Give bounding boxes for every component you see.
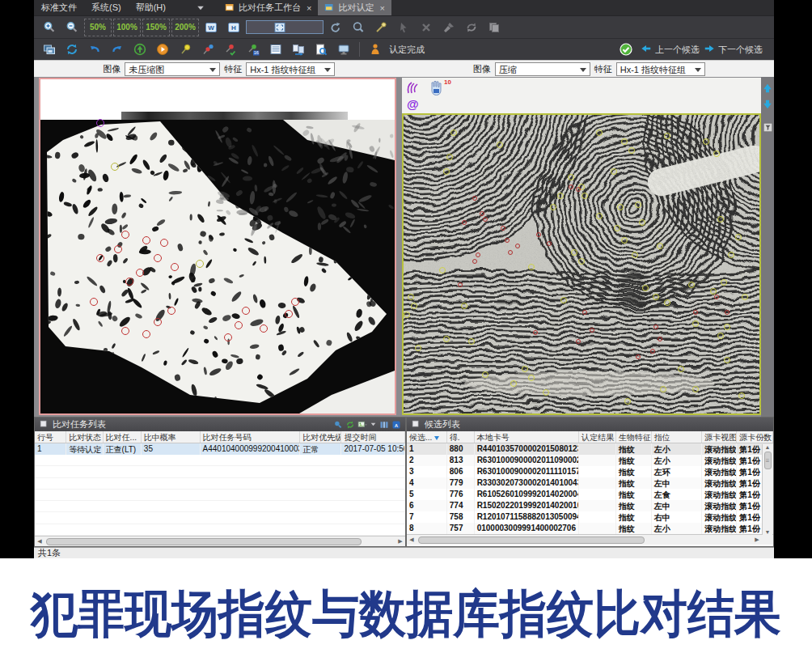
close-icon[interactable]: × (307, 3, 311, 13)
probe-tool-button[interactable] (370, 19, 391, 36)
zoom-50-button[interactable]: 50% (84, 19, 112, 36)
sync-views-button[interactable] (61, 40, 82, 58)
scroll-down-arrow[interactable] (762, 98, 773, 111)
scroll-thumb[interactable]: ≡ (764, 452, 772, 469)
scroll-left-arrow[interactable]: ◀ (35, 538, 44, 545)
whorl-pattern-icon[interactable]: @ (407, 97, 419, 111)
preview-button[interactable] (311, 40, 332, 58)
column-header[interactable]: 比对任... (104, 431, 142, 443)
column-header[interactable]: 候选... (407, 431, 447, 443)
database-fingerprint-image[interactable] (402, 113, 761, 415)
column-header[interactable]: 认定结果 (579, 431, 616, 443)
column-header[interactable]: 比对优先级 (300, 431, 341, 443)
confirm-feature-button[interactable] (220, 40, 241, 58)
database-fingerprint-panel[interactable]: 10 @ (402, 78, 761, 415)
confirm-complete-icon[interactable] (365, 40, 386, 58)
filter-icon[interactable] (762, 121, 773, 134)
column-header[interactable]: 行号 (35, 431, 66, 443)
confirm-complete-label[interactable]: 认定完成 (389, 44, 425, 56)
scroll-thumb[interactable] (418, 536, 645, 544)
menu-file[interactable]: 标准文件 (34, 2, 84, 14)
menu-system[interactable]: 系统(S) (84, 2, 129, 14)
table-row[interactable]: 4779R3303020730002014010043指纹左中滚动指纹第1份 (407, 477, 773, 489)
tab-workbench[interactable]: 比对任务工作台× (218, 0, 318, 15)
monitor-button[interactable] (333, 40, 354, 58)
column-header[interactable]: 得. (447, 431, 475, 443)
task-list-hscrollbar[interactable]: ◀ ▶ (35, 536, 405, 546)
hand-icon[interactable] (428, 79, 446, 100)
zoom-out-button[interactable] (61, 19, 82, 36)
chevron-down-icon[interactable] (194, 2, 207, 14)
tab-identify[interactable]: 比对认定× (318, 0, 391, 15)
left-image-select[interactable]: 未压缩图 (125, 62, 220, 76)
table-row[interactable]: 87570100003009991400002706指纹左小滚动指纹第1份 (407, 523, 773, 534)
refresh-image-button[interactable] (461, 19, 482, 36)
play-compare-button[interactable] (152, 40, 173, 58)
column-header[interactable]: 本地卡号 (475, 431, 579, 443)
column-header[interactable]: 源卡份数 (737, 431, 773, 443)
prev-candidate-button[interactable]: 上一个候选 (641, 43, 700, 56)
batch-feature-button[interactable]: 16 (243, 40, 264, 58)
zoom-100-button[interactable]: 100% (113, 19, 141, 36)
pointer-tool-button[interactable] (393, 19, 414, 36)
search-icon[interactable] (333, 420, 343, 430)
candidate-list-hscrollbar[interactable]: ◀ ▶ (407, 534, 773, 545)
columns-icon[interactable] (379, 420, 389, 430)
zoom-in-button[interactable] (39, 19, 60, 36)
right-image-select[interactable]: 压缩 (495, 62, 590, 76)
scroll-down-arrow[interactable]: ▼ (765, 529, 771, 535)
latent-fingerprint-panel[interactable] (39, 78, 396, 415)
latent-pattern-icon[interactable] (406, 79, 424, 99)
redo-button[interactable] (107, 40, 128, 58)
next-candidate-button[interactable]: 下一个候选 (704, 43, 763, 56)
candidate-list-vscrollbar[interactable]: ▲ ≡ ▼ (762, 444, 772, 535)
export-pdf-icon[interactable]: A (391, 420, 401, 430)
delete-tool-button[interactable] (416, 19, 437, 36)
move-feature-button[interactable] (197, 40, 218, 58)
chevron-down-icon[interactable] (370, 421, 377, 428)
table-row[interactable]: 1880R4401035700002015080123指纹左小滚动指纹第1份 (407, 443, 773, 455)
fit-screen-button[interactable] (246, 20, 324, 34)
column-header[interactable]: 指位 (652, 431, 703, 443)
scroll-up-arrow[interactable] (762, 82, 773, 95)
undo-button[interactable] (84, 40, 105, 58)
rotate-view-button[interactable] (325, 19, 346, 36)
column-header[interactable]: 比对任务号码 (201, 431, 301, 443)
auto-locate-button[interactable] (129, 40, 150, 58)
accept-check-icon[interactable] (615, 40, 636, 58)
column-header[interactable]: 生物特征 (616, 431, 652, 443)
transfer-button[interactable] (288, 40, 309, 58)
zoom-150-button[interactable]: 150% (142, 19, 170, 36)
area-zoom-button[interactable] (348, 19, 369, 36)
column-header[interactable]: 提交时间 (341, 431, 405, 443)
fit-width-button[interactable]: W (201, 19, 222, 36)
copy-image-button[interactable] (484, 19, 505, 36)
close-icon[interactable]: × (379, 3, 384, 13)
column-header[interactable]: 比中概率 (142, 431, 201, 443)
refresh-icon[interactable] (345, 420, 355, 430)
column-header[interactable]: 比对状态 (66, 431, 103, 443)
export-image-icon[interactable] (357, 420, 367, 430)
clean-tool-button[interactable] (438, 19, 459, 36)
cascade-windows-button[interactable] (39, 40, 60, 58)
table-row[interactable]: 3806R6301000900002011110157指纹左环滚动指纹第1份 (407, 466, 773, 477)
add-feature-button[interactable] (175, 40, 196, 58)
scroll-right-arrow[interactable]: ▶ (395, 538, 405, 545)
menu-help[interactable]: 帮助(H) (129, 2, 173, 14)
scroll-right-arrow[interactable]: ▶ (752, 536, 762, 543)
table-row[interactable]: 2813R6301000900002011090002指纹左小滚动指纹第1份 (407, 455, 773, 466)
right-feature-select[interactable]: Hx-1 指纹特征组 (616, 62, 705, 76)
table-row[interactable]: 5776R6105260109992014020004指纹左食滚动指纹第1份 (407, 489, 773, 500)
zoom-200-button[interactable]: 200% (171, 19, 199, 36)
scroll-left-arrow[interactable]: ◀ (407, 536, 417, 543)
fit-height-button[interactable]: H (223, 19, 244, 36)
left-feature-select[interactable]: Hx-1 指纹特征组 (246, 62, 335, 76)
latent-fingerprint-image[interactable] (40, 120, 395, 413)
table-row[interactable]: 6774R1502022019992014020010指纹左中滚动指纹第1份 (407, 500, 773, 511)
column-header[interactable]: 源卡视图 (702, 431, 737, 443)
feature-list-button[interactable] (265, 40, 286, 58)
table-row[interactable]: 7758R1201071158882013050094指纹右中滚动指纹第1份 (407, 511, 773, 523)
scroll-up-arrow[interactable]: ▲ (765, 444, 771, 450)
table-row[interactable]: 1等待认定正查(LT)35A440104000999200410003...正常… (35, 443, 405, 455)
scroll-thumb[interactable] (46, 538, 362, 545)
